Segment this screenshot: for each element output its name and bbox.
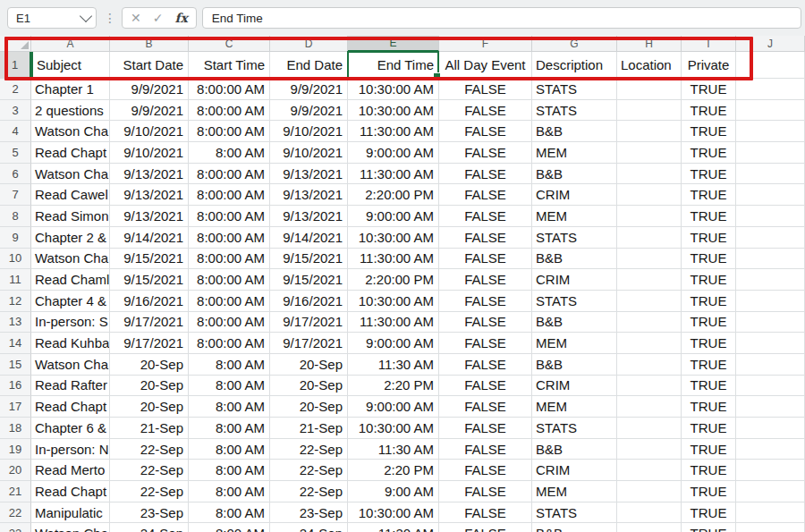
cell-G20[interactable]: CRIM bbox=[532, 460, 617, 481]
column-header-J[interactable]: J bbox=[736, 36, 805, 52]
cell-A10[interactable]: Watson Cha bbox=[31, 249, 110, 270]
cell-A2[interactable]: Chapter 1 bbox=[31, 79, 110, 100]
cell-F22[interactable]: FALSE bbox=[439, 502, 532, 524]
cell-D4[interactable]: 9/10/2021 bbox=[270, 121, 348, 142]
cell-C6[interactable]: 8:00:00 AM bbox=[189, 164, 270, 185]
cell-A13[interactable]: In-person: S bbox=[31, 312, 110, 334]
cell-E20[interactable]: 2:20 PM bbox=[348, 460, 439, 481]
cell-F13[interactable]: FALSE bbox=[439, 312, 532, 334]
cell-I21[interactable]: TRUE bbox=[682, 481, 736, 502]
cell-F21[interactable]: FALSE bbox=[439, 481, 532, 502]
cell-A22[interactable]: Manipulatic bbox=[31, 502, 110, 524]
cell-A6[interactable]: Watson Cha bbox=[31, 164, 110, 185]
cell-I10[interactable]: TRUE bbox=[682, 249, 736, 270]
cell-D5[interactable]: 9/10/2021 bbox=[270, 142, 348, 164]
cell-E12[interactable]: 10:30:00 AM bbox=[348, 291, 439, 312]
row-header-21[interactable]: 21 bbox=[0, 481, 31, 502]
cell-D15[interactable]: 20-Sep bbox=[270, 354, 348, 376]
cell-J9[interactable] bbox=[736, 227, 805, 249]
cell-G19[interactable]: B&B bbox=[532, 439, 617, 460]
cell-D10[interactable]: 9/15/2021 bbox=[270, 249, 348, 270]
cell-F7[interactable]: FALSE bbox=[439, 184, 532, 206]
cell-C1[interactable]: Start Time bbox=[189, 52, 270, 79]
cell-H12[interactable] bbox=[617, 291, 682, 312]
cell-D1[interactable]: End Date bbox=[270, 52, 348, 79]
cell-H9[interactable] bbox=[617, 227, 682, 249]
column-header-C[interactable]: C bbox=[189, 36, 270, 52]
cell-G21[interactable]: MEM bbox=[532, 481, 617, 502]
cell-I15[interactable]: TRUE bbox=[682, 354, 736, 376]
cell-A9[interactable]: Chapter 2 & bbox=[31, 227, 110, 249]
cell-G18[interactable]: STATS bbox=[532, 418, 617, 439]
cell-G7[interactable]: CRIM bbox=[532, 184, 617, 206]
row-header-8[interactable]: 8 bbox=[0, 206, 31, 227]
row-header-10[interactable]: 10 bbox=[0, 249, 31, 270]
cell-C4[interactable]: 8:00:00 AM bbox=[189, 121, 270, 142]
cell-J6[interactable] bbox=[736, 164, 805, 185]
cell-J17[interactable] bbox=[736, 396, 805, 418]
cell-E6[interactable]: 11:30:00 AM bbox=[348, 164, 439, 185]
cell-D22[interactable]: 23-Sep bbox=[270, 502, 348, 524]
cell-B6[interactable]: 9/13/2021 bbox=[110, 164, 189, 185]
cell-D16[interactable]: 20-Sep bbox=[270, 376, 348, 397]
cell-F19[interactable]: FALSE bbox=[439, 439, 532, 460]
cell-G22[interactable]: STATS bbox=[532, 502, 617, 524]
cell-D12[interactable]: 9/16/2021 bbox=[270, 291, 348, 312]
cell-E22[interactable]: 10:30:00 AM bbox=[348, 502, 439, 524]
cell-C21[interactable]: 8:00 AM bbox=[189, 481, 270, 502]
cell-C13[interactable]: 8:00:00 AM bbox=[189, 312, 270, 334]
cell-I8[interactable]: TRUE bbox=[682, 206, 736, 227]
row-header-11[interactable]: 11 bbox=[0, 269, 31, 291]
cell-B22[interactable]: 23-Sep bbox=[110, 502, 189, 524]
cell-A18[interactable]: Chapter 6 & bbox=[31, 418, 110, 439]
column-header-G[interactable]: G bbox=[532, 36, 617, 52]
cell-A14[interactable]: Read Kuhba bbox=[31, 333, 110, 354]
cell-J13[interactable] bbox=[736, 312, 805, 334]
cell-G6[interactable]: B&B bbox=[532, 164, 617, 185]
cell-G11[interactable]: CRIM bbox=[532, 269, 617, 291]
select-all-corner[interactable] bbox=[0, 36, 31, 52]
cell-A11[interactable]: Read Chaml bbox=[31, 269, 110, 291]
cell-D20[interactable]: 22-Sep bbox=[270, 460, 348, 481]
cell-E16[interactable]: 2:20 PM bbox=[348, 376, 439, 397]
cell-C14[interactable]: 8:00:00 AM bbox=[189, 333, 270, 354]
cell-F12[interactable]: FALSE bbox=[439, 291, 532, 312]
cell-C18[interactable]: 8:00 AM bbox=[189, 418, 270, 439]
cell-A16[interactable]: Read Rafter bbox=[31, 376, 110, 397]
cell-H7[interactable] bbox=[617, 184, 682, 206]
cell-E18[interactable]: 10:30:00 AM bbox=[348, 418, 439, 439]
row-header-23[interactable]: 23 bbox=[0, 523, 31, 532]
cell-F20[interactable]: FALSE bbox=[439, 460, 532, 481]
row-header-3[interactable]: 3 bbox=[0, 100, 31, 122]
cell-D7[interactable]: 9/13/2021 bbox=[270, 184, 348, 206]
column-header-E[interactable]: E bbox=[348, 36, 439, 52]
cell-B1[interactable]: Start Date bbox=[110, 52, 189, 79]
cell-A17[interactable]: Read Chapt bbox=[31, 396, 110, 418]
cell-D2[interactable]: 9/9/2021 bbox=[270, 79, 348, 100]
cell-A20[interactable]: Read Merto bbox=[31, 460, 110, 481]
cell-H20[interactable] bbox=[617, 460, 682, 481]
cell-H5[interactable] bbox=[617, 142, 682, 164]
cell-A8[interactable]: Read Simon bbox=[31, 206, 110, 227]
cell-H22[interactable] bbox=[617, 502, 682, 524]
cell-D9[interactable]: 9/14/2021 bbox=[270, 227, 348, 249]
cell-E23[interactable]: 11:30 AM bbox=[348, 523, 439, 532]
fill-handle[interactable] bbox=[433, 72, 441, 80]
cell-H1[interactable]: Location bbox=[617, 52, 682, 79]
cell-H18[interactable] bbox=[617, 418, 682, 439]
cell-F9[interactable]: FALSE bbox=[439, 227, 532, 249]
cell-E13[interactable]: 11:30:00 AM bbox=[348, 312, 439, 334]
cell-I11[interactable]: TRUE bbox=[682, 269, 736, 291]
cancel-icon[interactable]: ✕ bbox=[131, 11, 141, 25]
cell-I17[interactable]: TRUE bbox=[682, 396, 736, 418]
row-header-9[interactable]: 9 bbox=[0, 227, 31, 249]
row-header-16[interactable]: 16 bbox=[0, 376, 31, 397]
cell-B16[interactable]: 20-Sep bbox=[110, 376, 189, 397]
cell-E15[interactable]: 11:30 AM bbox=[348, 354, 439, 376]
cell-D17[interactable]: 20-Sep bbox=[270, 396, 348, 418]
cell-C2[interactable]: 8:00:00 AM bbox=[189, 79, 270, 100]
cell-A1[interactable]: Subject bbox=[31, 52, 110, 79]
cell-A7[interactable]: Read Cawel bbox=[31, 184, 110, 206]
cell-H17[interactable] bbox=[617, 396, 682, 418]
cell-D8[interactable]: 9/13/2021 bbox=[270, 206, 348, 227]
